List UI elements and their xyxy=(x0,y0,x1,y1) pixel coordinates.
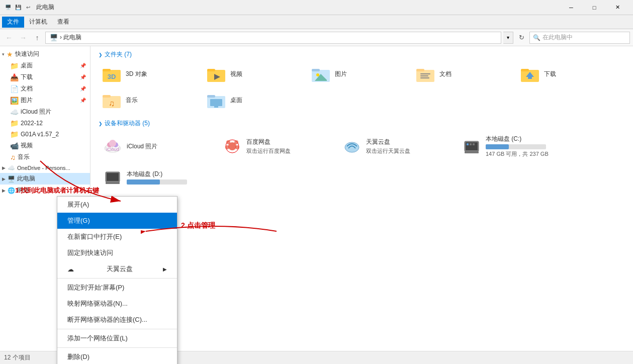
folder-music[interactable]: ♫ 音乐 xyxy=(99,89,199,111)
sidebar-item-2022[interactable]: 📁 2022-12 xyxy=(0,118,90,129)
sidebar-item-downloads[interactable]: 📥 下载 📌 xyxy=(0,71,90,83)
svg-rect-11 xyxy=(416,69,424,71)
sidebar-quick-access-label: 快速访问 xyxy=(15,50,39,58)
drive-tianyi[interactable]: 天翼云盘 双击运行天翼云盘 xyxy=(338,132,454,161)
folder-3d-icon: 3D xyxy=(102,65,122,83)
sidebar-item-docs[interactable]: 📄 文档 📌 xyxy=(0,83,90,95)
folder-downloads[interactable]: 下载 xyxy=(517,63,617,85)
sidebar-onedrive-header[interactable]: ▶ ☁️ OneDrive - Persons... xyxy=(0,163,90,173)
folder-video-icon xyxy=(206,65,226,83)
sidebar-item-desktop[interactable]: 📁 桌面 📌 xyxy=(0,60,90,71)
address-dropdown-button[interactable]: ▾ xyxy=(503,32,513,44)
minimize-button[interactable]: ─ xyxy=(560,0,583,15)
svg-point-8 xyxy=(316,73,319,76)
drive-d-info: 本地磁盘 (D:) xyxy=(127,170,187,185)
network-icon: 🌐 xyxy=(8,187,15,194)
svg-text:♫: ♫ xyxy=(109,99,115,108)
drive-baidu[interactable]: 百度网盘 双击运行百度网盘 xyxy=(218,132,334,161)
drives-grid: iCloud iCloud 照片 xyxy=(99,132,625,189)
sidebar-thispc-header[interactable]: ▶ 🖥️ 此电脑 xyxy=(0,173,90,185)
ctx-pin-quick[interactable]: 固定到快速访问 xyxy=(57,245,177,261)
ctx-add-location[interactable]: 添加一个网络位置(L) xyxy=(57,330,177,346)
folder-downloads-label: 下载 xyxy=(544,70,556,78)
folder-desktop[interactable]: 桌面 xyxy=(203,89,304,111)
folder-3d-label: 3D 对象 xyxy=(126,70,147,78)
sidebar-network-header[interactable]: ▶ 🌐 网络 xyxy=(0,185,90,196)
back-button[interactable]: ← xyxy=(3,32,15,44)
sidebar-item-label: 2022-12 xyxy=(21,120,43,127)
quick-access-undo[interactable]: ↩ xyxy=(24,4,32,12)
star-icon: ★ xyxy=(7,50,13,58)
tianyi-info: 天翼云盘 双击运行天翼云盘 xyxy=(366,138,410,155)
folders-grid: 3D 3D 对象 视频 xyxy=(99,63,625,111)
address-path[interactable]: 🖥️ › 此电脑 xyxy=(45,32,501,44)
ctx-disconnect[interactable]: 断开网络驱动器的连接(C)... xyxy=(57,312,177,328)
svg-rect-7 xyxy=(312,69,320,71)
sidebar-item-label: 下载 xyxy=(21,73,33,81)
ctx-pin-start-label: 固定到'开始'屏幕(P) xyxy=(67,283,124,292)
ctx-pin-start[interactable]: 固定到'开始'屏幕(P) xyxy=(57,280,177,296)
folder-video[interactable]: 视频 xyxy=(203,63,304,85)
svg-rect-4 xyxy=(207,69,215,71)
svg-rect-13 xyxy=(420,75,428,76)
ctx-map-drive[interactable]: 映射网络驱动器(N)... xyxy=(57,296,177,312)
onedrive-icon: ☁️ xyxy=(8,164,15,171)
folder-3d[interactable]: 3D 3D 对象 xyxy=(99,63,199,85)
drive-c-icon xyxy=(462,137,482,155)
svg-point-37 xyxy=(225,145,229,149)
svg-text:3D: 3D xyxy=(108,73,116,80)
chevron-down-icon: ▾ xyxy=(2,52,5,57)
drives-title-text: 设备和驱动器 (5) xyxy=(105,119,150,128)
drive-d[interactable]: 本地磁盘 (D:) xyxy=(99,165,214,189)
folder-music-icon: ♫ xyxy=(102,91,122,109)
sidebar-item-video[interactable]: 📹 视频 xyxy=(0,140,90,151)
drive-icloud[interactable]: iCloud iCloud 照片 xyxy=(99,132,214,161)
drive-c-info: 本地磁盘 (C:) 147 GB 可用，共 237 GB xyxy=(486,135,549,158)
submenu-arrow-icon: ▶ xyxy=(163,266,167,272)
sidebar-item-music[interactable]: ♫ 音乐 xyxy=(0,151,90,163)
close-button[interactable]: ✕ xyxy=(606,0,629,15)
sidebar-item-icloud[interactable]: ☁️ iCloud 照片 xyxy=(0,106,90,118)
ctx-expand[interactable]: 展开(A) xyxy=(57,197,177,213)
ctx-manage[interactable]: 管理(G) xyxy=(57,213,177,229)
sidebar-item-g01a[interactable]: 📁 G01A v1.57_2 xyxy=(0,129,90,140)
title-bar-controls: ─ □ ✕ xyxy=(560,0,629,15)
folder-icon: 📁 xyxy=(10,119,19,127)
icloud-icon: iCloud xyxy=(103,137,123,155)
svg-rect-48 xyxy=(106,182,120,184)
context-menu: 展开(A) 管理(G) 在新窗口中打开(E) 固定到快速访问 ☁ 天翼云盘 ▶ … xyxy=(57,196,177,364)
tianyi-icon xyxy=(342,137,362,155)
folder-icon: 📁 xyxy=(10,130,19,138)
maximize-button[interactable]: □ xyxy=(583,0,606,15)
folder-docs[interactable]: 文档 xyxy=(412,63,513,85)
sidebar-quick-access-header[interactable]: ▾ ★ 快速访问 xyxy=(0,48,90,60)
sidebar-item-label: 音乐 xyxy=(18,153,30,161)
sidebar-item-pictures[interactable]: 🖼️ 图片 📌 xyxy=(0,95,90,106)
menu-view[interactable]: 查看 xyxy=(52,17,74,28)
forward-button[interactable]: → xyxy=(17,32,29,44)
folder-pictures-icon xyxy=(311,65,331,83)
ctx-tianyi[interactable]: ☁ 天翼云盘 ▶ xyxy=(57,261,177,277)
folder-icon: 📁 xyxy=(10,62,19,70)
svg-rect-47 xyxy=(107,173,119,181)
up-button[interactable]: ↑ xyxy=(31,32,43,44)
folders-section-title: 文件夹 (7) xyxy=(99,50,625,59)
drive-c[interactable]: 本地磁盘 (C:) 147 GB 可用，共 237 GB xyxy=(458,132,573,161)
folder-music-label: 音乐 xyxy=(126,96,138,105)
svg-rect-25 xyxy=(214,106,218,108)
svg-rect-43 xyxy=(467,143,469,145)
folder-pictures[interactable]: 图片 xyxy=(308,63,408,85)
menu-computer[interactable]: 计算机 xyxy=(24,17,52,28)
folder-desktop-icon xyxy=(206,91,226,109)
ctx-open-new[interactable]: 在新窗口中打开(E) xyxy=(57,229,177,245)
quick-access-save[interactable]: 💾 xyxy=(14,4,22,12)
search-box[interactable]: 🔍 在此电脑中 xyxy=(529,32,630,44)
folder-pictures-label: 图片 xyxy=(335,70,347,78)
menu-file[interactable]: 文件 xyxy=(2,17,24,28)
ctx-open-new-label: 在新窗口中打开(E) xyxy=(67,232,122,241)
drive-d-bar xyxy=(127,179,187,185)
svg-rect-12 xyxy=(420,73,430,74)
refresh-button[interactable]: ↻ xyxy=(515,32,527,44)
baidu-name: 百度网盘 xyxy=(246,138,291,146)
ctx-delete[interactable]: 删除(D) xyxy=(57,349,177,364)
